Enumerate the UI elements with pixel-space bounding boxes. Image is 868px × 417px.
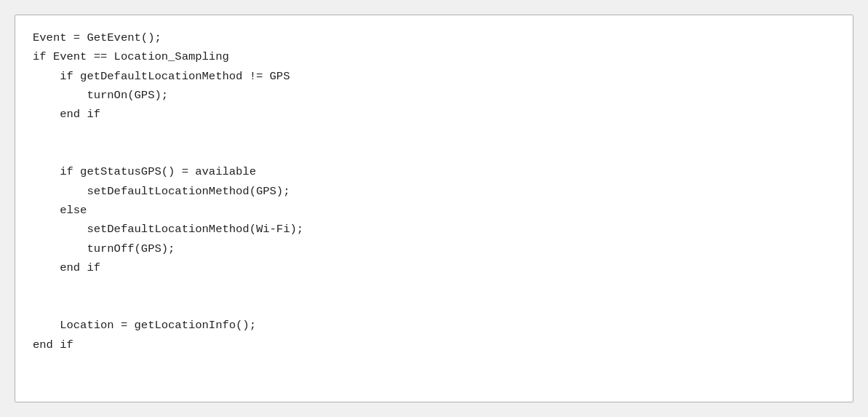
code-block: Event = GetEvent();if Event == Location_…: [33, 28, 835, 354]
line-3: if getDefaultLocationMethod != GPS: [33, 67, 835, 86]
line-4: turnOn(GPS);: [33, 86, 835, 105]
line-8: if getStatusGPS() = available: [33, 162, 835, 181]
line-5: end if: [33, 105, 835, 124]
line-11: setDefaultLocationMethod(Wi-Fi);: [33, 220, 835, 239]
line-1: Event = GetEvent();: [33, 28, 835, 47]
line-17: end if: [33, 335, 835, 354]
line-9: setDefaultLocationMethod(GPS);: [33, 182, 835, 201]
line-13: end if: [33, 258, 835, 277]
code-empty-line: [33, 277, 835, 296]
line-10: else: [33, 201, 835, 220]
code-empty-line: [33, 297, 835, 316]
code-empty-line: [33, 124, 835, 143]
code-container: Event = GetEvent();if Event == Location_…: [15, 15, 853, 402]
code-empty-line: [33, 143, 835, 162]
line-2: if Event == Location_Sampling: [33, 47, 835, 66]
line-12: turnOff(GPS);: [33, 239, 835, 258]
line-16: Location = getLocationInfo();: [33, 316, 835, 335]
